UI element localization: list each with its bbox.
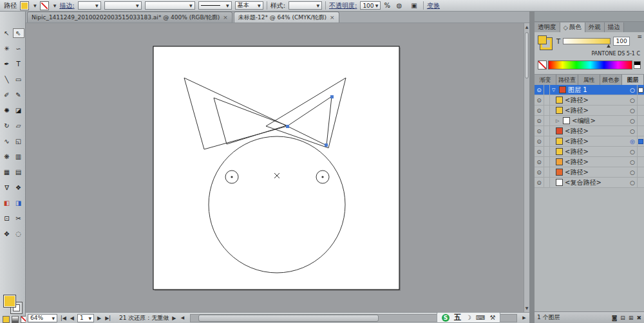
magic-wand-tool[interactable]: ✳ <box>1 44 13 53</box>
ime-keyboard-icon[interactable]: ⌨ <box>476 314 485 321</box>
close-tab-icon[interactable]: × <box>330 14 335 21</box>
target-icon[interactable]: ○ <box>628 180 637 186</box>
layer-name[interactable]: 图层 1 <box>568 86 587 95</box>
eyedropper-tool[interactable]: ∇ <box>1 183 13 192</box>
target-icon[interactable]: ○ <box>628 169 637 176</box>
color-spectrum-bar[interactable] <box>548 60 632 69</box>
selection-indicator[interactable] <box>637 116 644 125</box>
target-icon[interactable]: ○ <box>628 159 637 165</box>
free-transform-tool[interactable]: ◱ <box>13 136 24 146</box>
target-icon-selected[interactable]: ◎ <box>628 138 637 145</box>
live-paint-bucket-tool[interactable]: ◧ <box>1 198 13 208</box>
last-artboard-button[interactable]: ▶| <box>104 315 111 321</box>
visibility-toggle[interactable]: ⊙ <box>535 95 544 105</box>
layer-row-path[interactable]: ⊙ <路径> ○ <box>535 147 644 157</box>
first-artboard-button[interactable]: |◀ <box>60 315 67 321</box>
target-icon[interactable]: ○ <box>628 149 637 155</box>
delete-layer-button[interactable]: ✖ <box>636 315 641 321</box>
selection-indicator[interactable] <box>637 136 644 146</box>
blob-brush-tool[interactable]: ✺ <box>1 106 13 115</box>
target-icon[interactable]: ○ <box>628 107 637 114</box>
expand-icon[interactable]: ▽ <box>552 88 557 93</box>
hand-tool[interactable]: ✥ <box>1 229 13 239</box>
lock-toggle[interactable] <box>544 147 550 156</box>
layer-name[interactable]: <路径> <box>565 147 589 156</box>
opacity-value-select[interactable]: 100▼ <box>360 1 381 10</box>
previous-artboard-button[interactable]: ◀ <box>70 315 75 321</box>
tab-color-guide[interactable]: 颜色参 <box>600 75 622 85</box>
blend-tool[interactable]: ❖ <box>13 183 24 192</box>
anchor-point[interactable] <box>325 143 328 147</box>
visibility-toggle[interactable]: ⊙ <box>535 116 544 125</box>
stroke-color-swatch[interactable] <box>40 1 49 10</box>
white-swatch[interactable] <box>634 65 640 68</box>
tint-slider[interactable] <box>563 38 611 44</box>
layer-name[interactable]: <路径> <box>565 127 589 136</box>
close-tab-icon[interactable]: × <box>223 14 228 21</box>
lock-toggle[interactable] <box>544 126 550 136</box>
panel-fill-stroke-indicator[interactable] <box>538 35 552 50</box>
pen-tool[interactable]: ✒ <box>1 59 13 69</box>
stroke-weight-select[interactable]: ▼ <box>78 1 101 10</box>
document-canvas[interactable] <box>26 23 524 312</box>
layer-row-path[interactable]: ⊙ <路径> ○ <box>535 106 644 116</box>
selection-indicator[interactable] <box>637 167 644 177</box>
layer-row-path[interactable]: ⊙ <路径> ◎ <box>535 136 644 147</box>
selection-indicator[interactable] <box>637 106 644 115</box>
next-artboard-button[interactable]: ▶ <box>97 315 102 321</box>
opacity-panel-link[interactable]: 不透明度: <box>329 1 357 10</box>
selection-indicator[interactable] <box>637 157 644 167</box>
slice-tool[interactable]: ✂ <box>13 214 24 223</box>
layer-row-compound-path[interactable]: ⊙ <复合路径> ○ <box>535 178 644 188</box>
scale-tool[interactable]: ▱ <box>13 121 24 131</box>
selection-indicator[interactable] <box>637 147 644 156</box>
transform-panel-link[interactable]: 变换 <box>427 1 440 10</box>
zoom-level-select[interactable]: 64% ▼ <box>28 314 57 322</box>
vertical-scroll-thumb[interactable] <box>525 32 529 78</box>
document-tab-2[interactable]: 未标题-12* @ 64% (CMYK/轮廓) × <box>234 12 339 23</box>
selection-indicator[interactable] <box>637 126 644 136</box>
layer-name[interactable]: <复合路径> <box>565 178 601 187</box>
layer-row-group[interactable]: ⊙ ▷ <编组> ○ <box>535 116 644 126</box>
ime-logo-icon[interactable]: S <box>442 314 450 322</box>
visibility-toggle[interactable]: ⊙ <box>535 85 544 95</box>
tab-stroke[interactable]: 描边 <box>605 23 624 32</box>
tab-attributes[interactable]: 属性 <box>578 75 600 85</box>
visibility-toggle[interactable]: ⊙ <box>535 157 544 167</box>
width-tool[interactable]: ∿ <box>1 136 13 146</box>
scroll-up-icon[interactable]: ▲ <box>524 24 529 30</box>
target-icon[interactable]: ○ <box>628 87 637 93</box>
visibility-toggle[interactable]: ⊙ <box>535 167 544 177</box>
eraser-tool[interactable]: ◪ <box>13 106 24 115</box>
horizontal-scroll-thumb[interactable] <box>198 315 379 322</box>
fill-color-swatch[interactable] <box>20 1 29 10</box>
rectangle-tool[interactable]: ▭ <box>13 75 24 84</box>
layer-name[interactable]: <路径> <box>565 106 589 115</box>
artboard-number-select[interactable]: 1 ▼ <box>77 314 94 322</box>
visibility-toggle[interactable]: ⊙ <box>535 178 544 187</box>
layer-row-path[interactable]: ⊙ <路径> ○ <box>535 157 644 167</box>
lock-toggle[interactable] <box>544 178 550 187</box>
stroke-panel-link[interactable]: 描边: <box>59 1 74 10</box>
lasso-tool[interactable]: ∽ <box>13 44 24 53</box>
artboard-tool[interactable]: ⊡ <box>1 214 13 223</box>
new-sublayer-button[interactable]: ⊟ <box>620 315 625 321</box>
layer-name[interactable]: <编组> <box>572 116 596 125</box>
layer-name[interactable]: <路径> <box>565 96 589 105</box>
lock-toggle[interactable] <box>544 85 550 95</box>
layer-name[interactable]: <路径> <box>565 168 589 177</box>
stroke-preview-select[interactable]: ▼ <box>198 1 232 10</box>
tab-pathfinder[interactable]: 路径查 <box>556 75 578 85</box>
tab-layers[interactable]: 图层 <box>622 75 644 85</box>
scroll-right-icon[interactable]: ▶ <box>521 315 527 320</box>
lock-toggle[interactable] <box>544 95 550 105</box>
ime-halfwidth-icon[interactable]: ☽ <box>466 314 471 321</box>
selection-indicator[interactable] <box>637 85 644 95</box>
layer-row-layer1[interactable]: ⊙ ▽ 图层 1 ○ <box>535 85 644 95</box>
lock-toggle[interactable] <box>544 157 550 167</box>
visibility-toggle[interactable]: ⊙ <box>535 136 544 146</box>
lock-toggle[interactable] <box>544 136 550 146</box>
status-options-icon[interactable]: ▶ <box>171 315 176 321</box>
vertical-scrollbar[interactable]: ▲ ▼ <box>524 23 529 312</box>
make-clipping-mask-button[interactable]: ◙ <box>612 315 618 321</box>
